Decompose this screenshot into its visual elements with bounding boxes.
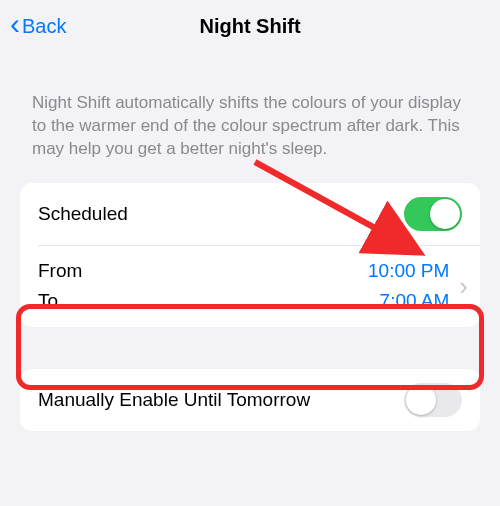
scheduled-row[interactable]: Scheduled: [20, 183, 480, 245]
scheduled-toggle[interactable]: [404, 197, 462, 231]
manual-group: Manually Enable Until Tomorrow: [20, 369, 480, 431]
navbar: ‹ Back Night Shift: [0, 0, 500, 52]
toggle-knob: [430, 199, 460, 229]
back-button[interactable]: ‹ Back: [10, 0, 66, 52]
section-description: Night Shift automatically shifts the col…: [0, 52, 500, 173]
scheduled-label: Scheduled: [38, 203, 128, 225]
from-time: 10:00 PM: [82, 256, 449, 286]
from-label: From: [38, 256, 82, 286]
manual-toggle[interactable]: [404, 383, 462, 417]
chevron-right-icon: ›: [455, 271, 468, 302]
to-label: To: [38, 286, 82, 316]
chevron-left-icon: ‹: [10, 9, 20, 39]
schedule-time-row[interactable]: From To 10:00 PM 7:00 AM ›: [20, 246, 480, 327]
schedule-times: 10:00 PM 7:00 AM: [82, 256, 455, 317]
to-time: 7:00 AM: [82, 286, 449, 316]
manual-row[interactable]: Manually Enable Until Tomorrow: [20, 369, 480, 431]
scheduled-group: Scheduled From To 10:00 PM 7:00 AM ›: [20, 183, 480, 327]
back-label: Back: [22, 15, 66, 38]
manual-label: Manually Enable Until Tomorrow: [38, 389, 310, 411]
page-title: Night Shift: [199, 15, 300, 38]
toggle-knob: [406, 385, 436, 415]
schedule-labels: From To: [38, 256, 82, 317]
